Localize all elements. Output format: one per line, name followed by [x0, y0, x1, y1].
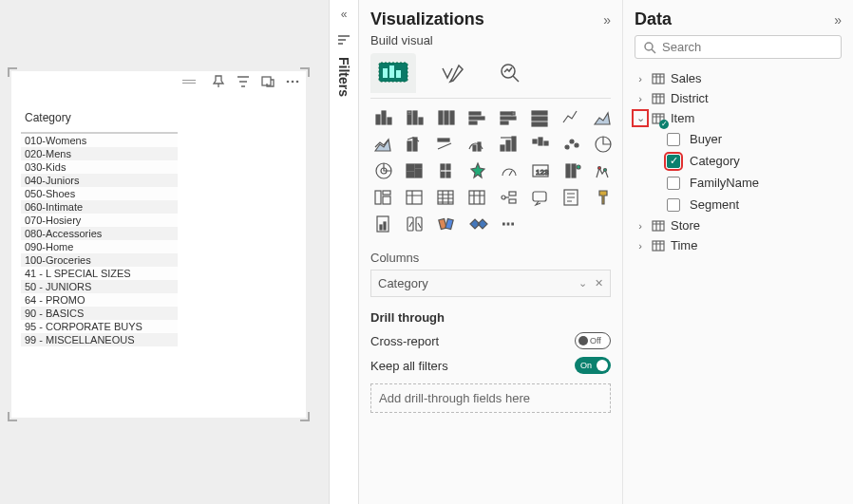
collapse-right-icon[interactable]: » [834, 12, 842, 28]
table-row[interactable]: 50 - JUNIORS [21, 280, 178, 293]
filters-pane-collapsed[interactable]: « Filters [329, 0, 359, 504]
svg-rect-26 [512, 112, 515, 115]
table-row[interactable]: 99 - MISCELLANEOUS [21, 333, 178, 346]
viz-type-icon[interactable] [370, 159, 397, 182]
chevron-right-icon[interactable]: › [635, 93, 646, 104]
svg-rect-15 [419, 118, 423, 124]
field-buyer[interactable]: Buyer [635, 128, 842, 150]
table-row[interactable]: 020-Mens [21, 147, 178, 160]
viz-type-icon[interactable]: ⋯ [496, 213, 522, 235]
table-row[interactable]: 010-Womens [21, 133, 178, 147]
tab-format[interactable] [429, 53, 475, 93]
viz-type-icon[interactable] [433, 133, 460, 156]
table-row[interactable]: 95 - CORPORATE BUYS [21, 320, 178, 333]
remove-field-icon[interactable]: ✕ [595, 277, 603, 289]
drill-through-dropzone[interactable]: Add drill-through fields here [370, 383, 611, 413]
columns-fieldwell[interactable]: Category ⌄ ✕ [370, 270, 611, 297]
table-node-store[interactable]: ›Store [635, 215, 842, 235]
collapse-right-icon[interactable]: » [603, 12, 611, 28]
viz-type-icon[interactable] [402, 106, 428, 129]
viz-type-icon[interactable] [433, 106, 460, 129]
tab-build[interactable] [370, 53, 416, 93]
viz-type-icon[interactable] [559, 186, 585, 209]
viz-type-icon[interactable] [590, 186, 616, 209]
viz-type-icon[interactable] [496, 133, 522, 156]
table-row[interactable]: 100-Groceries [21, 253, 178, 267]
table-row[interactable]: 040-Juniors [21, 174, 178, 187]
pin-icon[interactable] [211, 74, 226, 89]
table-node-sales[interactable]: ›Sales [635, 68, 842, 88]
viz-type-icon[interactable] [559, 159, 585, 182]
field-checkbox[interactable]: ✓ [667, 155, 680, 168]
drag-handle-icon[interactable] [182, 75, 196, 88]
field-checkbox[interactable] [667, 133, 680, 146]
more-options-icon[interactable] [285, 74, 300, 89]
viz-type-icon[interactable] [402, 186, 428, 209]
svg-rect-17 [439, 111, 443, 124]
field-checkbox[interactable] [667, 177, 680, 190]
viz-type-icon[interactable] [559, 133, 585, 156]
cross-report-toggle[interactable]: Off [575, 332, 611, 349]
svg-rect-60 [375, 191, 381, 204]
report-canvas[interactable]: Category 010-Womens020-Mens030-Kids040-J… [0, 0, 329, 504]
viz-type-icon[interactable] [559, 106, 585, 129]
chevron-down-icon[interactable]: ⌄ [635, 112, 646, 124]
viz-type-icon[interactable] [402, 133, 428, 156]
tab-analytics[interactable] [488, 53, 534, 93]
table-row[interactable]: 060-Intimate [21, 200, 178, 214]
column-header[interactable]: Category [21, 105, 178, 133]
viz-type-icon[interactable] [370, 213, 397, 235]
table-node-district[interactable]: ›District [635, 88, 842, 108]
viz-type-icon[interactable] [464, 213, 491, 235]
field-category[interactable]: ✓Category [635, 150, 842, 172]
table-row[interactable]: 030-Kids [21, 160, 178, 174]
viz-type-icon[interactable] [433, 159, 460, 182]
focus-mode-icon[interactable] [260, 74, 275, 89]
viz-type-icon[interactable] [464, 159, 491, 182]
chevron-right-icon[interactable]: › [635, 220, 646, 232]
viz-type-icon[interactable] [527, 186, 554, 209]
table-row[interactable]: 050-Shoes [21, 187, 178, 200]
viz-type-icon[interactable] [402, 159, 428, 182]
viz-type-icon[interactable] [496, 159, 522, 182]
viz-type-icon[interactable] [433, 186, 460, 209]
table-row[interactable]: 90 - BASICS [21, 307, 178, 320]
keep-filters-toggle[interactable]: On [575, 357, 611, 374]
viz-type-icon[interactable] [590, 133, 616, 156]
viz-type-icon[interactable] [496, 106, 522, 129]
table-visual[interactable]: Category 010-Womens020-Mens030-Kids040-J… [11, 71, 306, 418]
viz-type-icon[interactable] [370, 106, 397, 129]
table-node-item[interactable]: ⌄Item [635, 108, 842, 128]
viz-type-icon[interactable] [590, 159, 616, 182]
field-familyname[interactable]: FamilyName [635, 172, 842, 194]
table-row[interactable]: 070-Hosiery [21, 214, 178, 227]
search-input[interactable]: Search [635, 35, 842, 59]
viz-type-icon[interactable]: 123 [527, 159, 554, 182]
viz-type-icon[interactable] [402, 213, 428, 235]
table-row[interactable]: 64 - PROMO [21, 293, 178, 307]
viz-type-icon[interactable] [496, 186, 522, 209]
table-row[interactable]: 080-Accessories [21, 227, 178, 240]
chevron-right-icon[interactable]: › [635, 240, 646, 252]
svg-text:⋯: ⋯ [502, 216, 515, 232]
viz-type-icon[interactable] [590, 106, 616, 129]
viz-type-icon[interactable] [527, 106, 554, 129]
filter-icon[interactable] [236, 74, 251, 89]
viz-type-icon[interactable] [433, 213, 460, 235]
table-row[interactable]: 090-Home [21, 240, 178, 253]
svg-rect-63 [407, 191, 422, 204]
field-segment[interactable]: Segment [635, 194, 842, 215]
expand-left-icon[interactable]: « [341, 8, 348, 21]
viz-type-icon[interactable] [464, 186, 491, 209]
viz-type-icon[interactable] [527, 133, 554, 156]
svg-rect-10 [376, 115, 380, 124]
viz-type-icon[interactable] [464, 133, 491, 156]
field-checkbox[interactable] [667, 198, 680, 212]
viz-type-icon[interactable] [370, 186, 397, 209]
viz-type-icon[interactable] [464, 106, 491, 129]
table-row[interactable]: 41 - L SPECIAL SIZES [21, 267, 178, 280]
table-node-time[interactable]: ›Time [635, 235, 842, 255]
chevron-down-icon[interactable]: ⌄ [578, 277, 587, 289]
chevron-right-icon[interactable]: › [635, 73, 646, 84]
viz-type-icon[interactable] [370, 133, 397, 156]
